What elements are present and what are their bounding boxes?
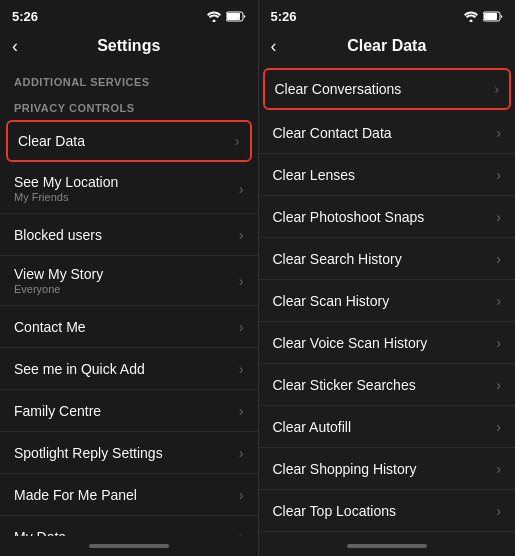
family-centre-item[interactable]: Family Centre ›	[0, 390, 258, 432]
clear-lenses-title: Clear Lenses	[273, 167, 356, 183]
clear-voice-scan-title: Clear Voice Scan History	[273, 335, 428, 351]
section-additional-services: ADDITIONAL SERVICES	[0, 66, 258, 92]
back-arrow-left[interactable]: ‹	[12, 36, 18, 57]
clear-scan-history-item[interactable]: Clear Scan History ›	[259, 280, 516, 322]
clear-search-history-title: Clear Search History	[273, 251, 402, 267]
left-header-title: Settings	[97, 37, 160, 55]
chevron-icon-shopping: ›	[496, 461, 501, 477]
clear-autofill-title: Clear Autofill	[273, 419, 352, 435]
chevron-icon-lenses: ›	[496, 167, 501, 183]
view-my-story-sub: Everyone	[14, 283, 103, 295]
chevron-icon-location: ›	[239, 181, 244, 197]
clear-contact-data-item[interactable]: Clear Contact Data ›	[259, 112, 516, 154]
left-panel: 5:26 ‹ Settings ADDITIONAL SERVICES PRIV…	[0, 0, 258, 556]
quick-add-item[interactable]: See me in Quick Add ›	[0, 348, 258, 390]
quick-add-title: See me in Quick Add	[14, 361, 145, 377]
clear-sticker-searches-item[interactable]: Clear Sticker Searches ›	[259, 364, 516, 406]
my-data-title: My Data	[14, 529, 66, 537]
made-for-me-item[interactable]: Made For Me Panel ›	[0, 474, 258, 516]
clear-shopping-history-title: Clear Shopping History	[273, 461, 417, 477]
my-data-item[interactable]: My Data ›	[0, 516, 258, 536]
right-header: ‹ Clear Data	[259, 28, 516, 66]
clear-contact-data-title: Clear Contact Data	[273, 125, 392, 141]
section-privacy-controls: PRIVACY CONTROLS	[0, 92, 258, 118]
chevron-icon-photoshoot: ›	[496, 209, 501, 225]
made-for-me-title: Made For Me Panel	[14, 487, 137, 503]
chevron-icon-mydata: ›	[239, 529, 244, 537]
chevron-icon-clear-data: ›	[235, 133, 240, 149]
see-my-location-sub: My Friends	[14, 191, 118, 203]
see-my-location-item[interactable]: See My Location My Friends ›	[0, 164, 258, 214]
family-centre-title: Family Centre	[14, 403, 101, 419]
right-scroll-area: Clear Conversations › Clear Contact Data…	[259, 66, 516, 536]
status-bar-right: 5:26	[259, 0, 516, 28]
contact-me-item[interactable]: Contact Me ›	[0, 306, 258, 348]
clear-sticker-searches-title: Clear Sticker Searches	[273, 377, 416, 393]
battery-icon-right	[483, 11, 503, 22]
status-time-right: 5:26	[271, 9, 297, 24]
clear-scan-history-title: Clear Scan History	[273, 293, 390, 309]
clear-top-locations-item[interactable]: Clear Top Locations ›	[259, 490, 516, 532]
wifi-icon	[206, 11, 222, 22]
blocked-users-title: Blocked users	[14, 227, 102, 243]
battery-icon	[226, 11, 246, 22]
svg-point-3	[470, 19, 473, 22]
chevron-icon-family: ›	[239, 403, 244, 419]
svg-point-0	[212, 19, 215, 22]
left-scroll-area: ADDITIONAL SERVICES PRIVACY CONTROLS Cle…	[0, 66, 258, 536]
chevron-icon-sticker: ›	[496, 377, 501, 393]
chevron-icon-contact-data: ›	[496, 125, 501, 141]
chevron-icon-scan-hist: ›	[496, 293, 501, 309]
right-panel: 5:26 ‹ Clear Data Clear Conversations ›	[258, 0, 516, 556]
clear-data-title: Clear Data	[18, 133, 85, 149]
back-arrow-right[interactable]: ‹	[271, 36, 277, 57]
clear-photoshoot-title: Clear Photoshoot Snaps	[273, 209, 425, 225]
left-header: ‹ Settings	[0, 28, 258, 66]
clear-lenses-item[interactable]: Clear Lenses ›	[259, 154, 516, 196]
chevron-icon-blocked: ›	[239, 227, 244, 243]
status-time-left: 5:26	[12, 9, 38, 24]
chevron-icon-voice-scan: ›	[496, 335, 501, 351]
spotlight-reply-title: Spotlight Reply Settings	[14, 445, 163, 461]
svg-rect-5	[484, 13, 497, 20]
spotlight-reply-item[interactable]: Spotlight Reply Settings ›	[0, 432, 258, 474]
home-bar-left	[89, 544, 169, 548]
see-my-location-title: See My Location	[14, 174, 118, 190]
contact-me-title: Contact Me	[14, 319, 86, 335]
chevron-icon-search-hist: ›	[496, 251, 501, 267]
chevron-icon-quickadd: ›	[239, 361, 244, 377]
clear-top-locations-title: Clear Top Locations	[273, 503, 396, 519]
blocked-users-item[interactable]: Blocked users ›	[0, 214, 258, 256]
chevron-icon-madefor: ›	[239, 487, 244, 503]
chevron-icon-story: ›	[239, 273, 244, 289]
clear-conversations-title: Clear Conversations	[275, 81, 402, 97]
home-indicator-left	[0, 536, 258, 556]
svg-rect-2	[227, 13, 240, 20]
clear-conversations-item[interactable]: Clear Conversations ›	[263, 68, 512, 110]
chevron-icon-spotlight: ›	[239, 445, 244, 461]
clear-data-item[interactable]: Clear Data ›	[6, 120, 252, 162]
chevron-icon-contact: ›	[239, 319, 244, 335]
chevron-icon-conv: ›	[494, 81, 499, 97]
clear-photoshoot-item[interactable]: Clear Photoshoot Snaps ›	[259, 196, 516, 238]
right-header-title: Clear Data	[347, 37, 426, 55]
chevron-icon-locations: ›	[496, 503, 501, 519]
home-bar-right	[347, 544, 427, 548]
status-icons-left	[206, 11, 246, 22]
clear-search-history-item[interactable]: Clear Search History ›	[259, 238, 516, 280]
clear-shopping-history-item[interactable]: Clear Shopping History ›	[259, 448, 516, 490]
view-my-story-item[interactable]: View My Story Everyone ›	[0, 256, 258, 306]
wifi-icon-right	[463, 11, 479, 22]
view-my-story-title: View My Story	[14, 266, 103, 282]
clear-autofill-item[interactable]: Clear Autofill ›	[259, 406, 516, 448]
status-bar-left: 5:26	[0, 0, 258, 28]
status-icons-right	[463, 11, 503, 22]
clear-voice-scan-item[interactable]: Clear Voice Scan History ›	[259, 322, 516, 364]
chevron-icon-autofill: ›	[496, 419, 501, 435]
home-indicator-right	[259, 536, 516, 556]
